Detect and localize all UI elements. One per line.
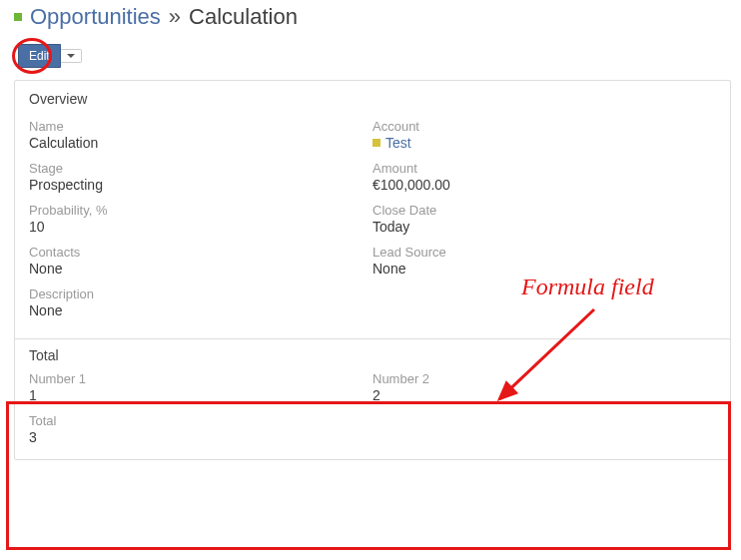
closedate-label: Close Date xyxy=(372,203,704,218)
probability-label: Probability, % xyxy=(29,203,361,218)
total-heading: Total xyxy=(29,347,716,371)
description-label: Description xyxy=(29,286,361,301)
probability-value: 10 xyxy=(29,219,361,235)
description-value: None xyxy=(29,302,361,318)
number2-value: 2 xyxy=(372,387,704,403)
name-value: Calculation xyxy=(29,135,361,151)
number2-label: Number 2 xyxy=(372,371,704,386)
total-panel: Total Number 1 1 Number 2 2 Total 3 xyxy=(15,338,730,459)
status-square-icon xyxy=(14,13,22,21)
breadcrumb-separator: » xyxy=(169,4,181,30)
edit-button[interactable]: Edit xyxy=(18,44,61,68)
amount-label: Amount xyxy=(372,161,704,176)
account-label: Account xyxy=(372,119,704,134)
stage-label: Stage xyxy=(29,161,361,176)
contacts-label: Contacts xyxy=(29,245,361,260)
account-status-icon xyxy=(372,139,380,147)
detail-panel: Overview Name Calculation Account Test S… xyxy=(14,80,731,460)
leadsource-value: None xyxy=(372,261,704,277)
total-value: 3 xyxy=(29,429,361,445)
account-value[interactable]: Test xyxy=(372,135,704,151)
overview-body: Name Calculation Account Test Stage Pros… xyxy=(15,113,730,338)
edit-dropdown-button[interactable] xyxy=(61,49,82,63)
stage-value: Prospecting xyxy=(29,177,361,193)
number1-value: 1 xyxy=(29,387,361,403)
overview-heading: Overview xyxy=(15,81,730,113)
action-button-row: Edit xyxy=(14,44,731,68)
total-label: Total xyxy=(29,413,361,428)
name-label: Name xyxy=(29,119,361,134)
breadcrumb-section-link[interactable]: Opportunities xyxy=(30,4,161,30)
number1-label: Number 1 xyxy=(29,371,361,386)
amount-value: €100,000.00 xyxy=(372,177,704,193)
breadcrumb-current: Calculation xyxy=(189,4,298,30)
breadcrumb: Opportunities » Calculation xyxy=(14,4,731,30)
closedate-value: Today xyxy=(372,219,704,235)
contacts-value: None xyxy=(29,261,361,277)
account-link-text: Test xyxy=(385,135,411,151)
leadsource-label: Lead Source xyxy=(372,245,704,260)
caret-down-icon xyxy=(67,54,75,58)
